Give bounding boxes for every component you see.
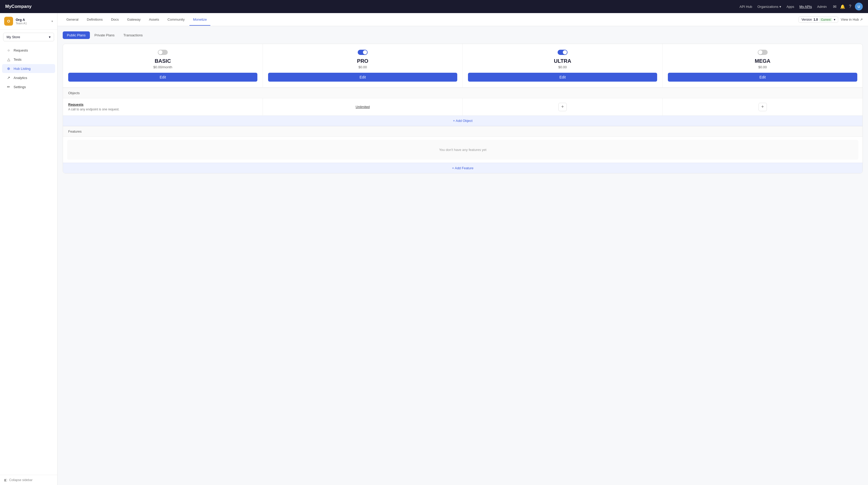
- nav-apps[interactable]: Apps: [786, 5, 794, 9]
- current-badge: Current: [819, 18, 832, 22]
- requests-pro-add-button[interactable]: +: [558, 103, 567, 111]
- tests-icon: △: [6, 57, 11, 61]
- nav-api-hub[interactable]: API Hub: [739, 5, 752, 9]
- mega-toggle[interactable]: [668, 50, 857, 55]
- hub-listing-icon: ⊕: [6, 66, 11, 70]
- user-avatar[interactable]: U: [855, 3, 863, 10]
- external-link-icon: ↗: [860, 18, 863, 22]
- pro-toggle-thumb: [363, 50, 367, 54]
- mega-toggle-thumb: [758, 50, 763, 54]
- mega-plan-name: MEGA: [668, 58, 857, 64]
- nav-links: API Hub Organizations ▾ Apps My APIs Adm…: [739, 5, 827, 9]
- tab-definitions[interactable]: Definitions: [83, 14, 106, 26]
- mega-toggle-track[interactable]: [758, 50, 768, 55]
- collapse-icon: ◧: [4, 478, 7, 482]
- brand-logo: MyCompany: [5, 4, 32, 9]
- tab-general[interactable]: General: [63, 14, 82, 26]
- nav-admin[interactable]: Admin: [817, 5, 827, 9]
- requests-icon: ○: [6, 48, 11, 52]
- basic-plan-name: BASIC: [68, 58, 257, 64]
- plans-container: BASIC $0.00/month Edit PRO $0.00 E: [63, 44, 863, 173]
- sidebar: O Org A Team A1 ▾ My Store ▾ ○ Requests …: [0, 13, 58, 485]
- tab-monetize[interactable]: Monetize: [189, 14, 211, 26]
- mail-icon[interactable]: ✉: [833, 4, 836, 9]
- ultra-plan-price: $0.00: [468, 65, 657, 69]
- sidebar-item-analytics[interactable]: ↗ Analytics: [2, 73, 55, 82]
- basic-toggle-track[interactable]: [158, 50, 168, 55]
- sidebar-item-label: Hub Listing: [13, 67, 31, 70]
- requests-row: Requests A call to any endpoint is one r…: [63, 98, 863, 116]
- ultra-toggle-thumb: [563, 50, 567, 54]
- basic-toggle[interactable]: [68, 50, 257, 55]
- tab-gateway[interactable]: Gateway: [124, 14, 144, 26]
- requests-basic-cell: Unlimited: [263, 98, 463, 115]
- mega-edit-button[interactable]: Edit: [668, 73, 857, 82]
- top-nav: MyCompany API Hub Organizations ▾ Apps M…: [0, 0, 868, 13]
- sidebar-item-label: Analytics: [13, 76, 27, 80]
- org-chevron-icon: ▾: [52, 20, 53, 23]
- app-layout: O Org A Team A1 ▾ My Store ▾ ○ Requests …: [0, 13, 868, 485]
- tab-assets[interactable]: Assets: [145, 14, 163, 26]
- tab-bar-right: Version 1.0 Current ▾ View in Hub ↗: [799, 17, 863, 23]
- add-feature-button[interactable]: + Add Feature: [63, 163, 863, 173]
- ultra-toggle-track[interactable]: [558, 50, 567, 55]
- plan-ultra: ULTRA $0.00 Edit: [463, 44, 663, 87]
- org-section[interactable]: O Org A Team A1 ▾: [0, 13, 57, 30]
- pro-edit-button[interactable]: Edit: [268, 73, 457, 82]
- ultra-toggle[interactable]: [468, 50, 657, 55]
- main-content: General Definitions Docs Gateway Assets …: [58, 13, 868, 485]
- requests-ultra-cell: +: [663, 98, 863, 115]
- store-selector[interactable]: My Store ▾: [3, 33, 54, 41]
- plan-pro: PRO $0.00 Edit: [263, 44, 463, 87]
- store-label: My Store: [6, 35, 20, 39]
- basic-toggle-thumb: [158, 50, 162, 54]
- settings-icon: ✏: [6, 85, 11, 89]
- collapse-sidebar-button[interactable]: ◧ Collapse sidebar: [0, 475, 57, 485]
- plan-mega: MEGA $0.00 Edit: [663, 44, 863, 87]
- mega-plan-price: $0.00: [668, 65, 857, 69]
- version-number: 1.0: [813, 18, 818, 22]
- add-feature-label: + Add Feature: [452, 166, 473, 170]
- sidebar-item-label: Tests: [13, 58, 22, 61]
- sidebar-item-hub-listing[interactable]: ⊕ Hub Listing: [2, 64, 55, 73]
- objects-section-label: Objects: [63, 88, 863, 98]
- help-icon[interactable]: ?: [849, 4, 851, 9]
- bell-icon[interactable]: 🔔: [840, 4, 845, 9]
- store-chevron-icon: ▾: [49, 35, 51, 39]
- features-section-label: Features: [63, 126, 863, 137]
- requests-name[interactable]: Requests: [68, 103, 257, 107]
- tab-community[interactable]: Community: [164, 14, 188, 26]
- plan-basic: BASIC $0.00/month Edit: [63, 44, 263, 87]
- pro-toggle-track[interactable]: [358, 50, 368, 55]
- add-object-button[interactable]: + Add Object: [63, 116, 863, 126]
- sidebar-item-label: Requests: [13, 48, 28, 52]
- sidebar-item-requests[interactable]: ○ Requests: [2, 46, 55, 55]
- org-avatar: O: [4, 17, 13, 26]
- pro-plan-name: PRO: [268, 58, 457, 64]
- basic-plan-price: $0.00/month: [68, 65, 257, 69]
- tab-docs[interactable]: Docs: [107, 14, 123, 26]
- requests-ultra-add-button[interactable]: +: [758, 103, 767, 111]
- sidebar-item-tests[interactable]: △ Tests: [2, 55, 55, 64]
- nav-icons: ✉ 🔔 ? U: [833, 3, 863, 10]
- org-team: Team A1: [16, 22, 27, 25]
- page-content: Public Plans Private Plans Transactions: [58, 26, 868, 485]
- sub-tab-private-plans[interactable]: Private Plans: [90, 31, 119, 39]
- plans-header: BASIC $0.00/month Edit PRO $0.00 E: [63, 44, 863, 88]
- sub-tab-public-plans[interactable]: Public Plans: [63, 31, 90, 39]
- add-object-label: + Add Object: [453, 119, 473, 123]
- basic-edit-button[interactable]: Edit: [68, 73, 257, 82]
- requests-basic-value: Unlimited: [355, 105, 370, 109]
- view-in-hub-link[interactable]: View in Hub ↗: [841, 18, 863, 22]
- nav-my-apis[interactable]: My APIs: [800, 5, 812, 9]
- ultra-edit-button[interactable]: Edit: [468, 73, 657, 82]
- version-selector[interactable]: Version 1.0 Current ▾: [799, 17, 838, 23]
- nav-organizations[interactable]: Organizations ▾: [757, 5, 781, 9]
- collapse-label: Collapse sidebar: [9, 478, 32, 482]
- pro-toggle[interactable]: [268, 50, 457, 55]
- no-features-message: You don't have any features yet: [67, 140, 858, 160]
- sidebar-item-label: Settings: [13, 85, 26, 89]
- version-label: Version: [801, 18, 812, 22]
- sidebar-item-settings[interactable]: ✏ Settings: [2, 82, 55, 91]
- sub-tab-transactions[interactable]: Transactions: [119, 31, 147, 39]
